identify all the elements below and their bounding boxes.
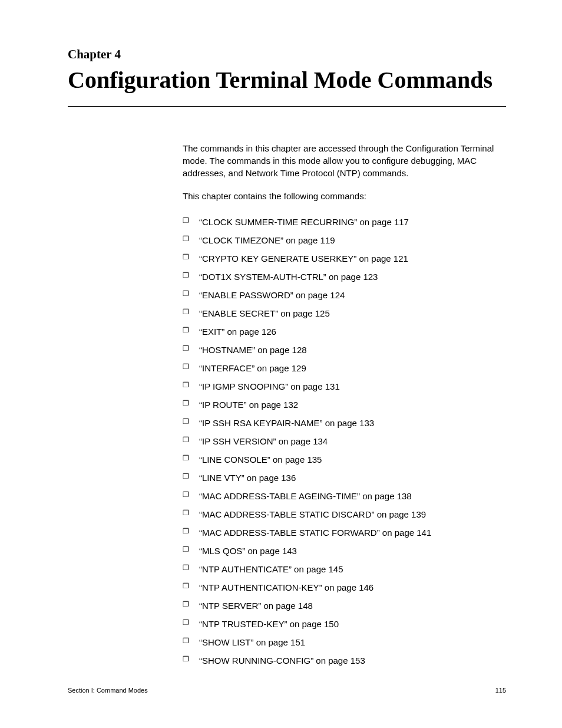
list-item: ❐“NTP AUTHENTICATE” on page 145: [183, 560, 506, 578]
bullet-icon: ❐: [183, 362, 189, 372]
list-item: ❐“CRYPTO KEY GENERATE USERKEY” on page 1…: [183, 249, 506, 268]
command-link[interactable]: “IP SSH RSA KEYPAIR-NAME” on page 133: [199, 418, 374, 428]
footer-section: Section I: Command Modes: [68, 687, 148, 694]
bullet-icon: ❐: [183, 307, 189, 317]
list-item: ❐“LINE VTY” on page 136: [183, 469, 506, 487]
command-link[interactable]: “MLS QOS” on page 143: [199, 546, 297, 556]
bullet-icon: ❐: [183, 654, 189, 664]
list-item: ❐“DOT1X SYSTEM-AUTH-CTRL” on page 123: [183, 268, 506, 286]
command-link[interactable]: “CLOCK TIMEZONE” on page 119: [199, 235, 335, 245]
list-item: ❐“EXIT” on page 126: [183, 322, 506, 341]
intro-paragraph-2: This chapter contains the following comm…: [183, 190, 506, 202]
command-link[interactable]: “LINE VTY” on page 136: [199, 473, 296, 483]
chapter-title: Configuration Terminal Mode Commands: [68, 65, 506, 107]
list-item: ❐“IP SSH VERSION” on page 134: [183, 432, 506, 450]
bullet-icon: ❐: [183, 417, 189, 427]
bullet-icon: ❐: [183, 325, 189, 335]
command-link[interactable]: “HOSTNAME” on page 128: [199, 345, 307, 355]
command-link[interactable]: “LINE CONSOLE” on page 135: [199, 454, 322, 465]
bullet-icon: ❐: [183, 453, 189, 463]
bullet-icon: ❐: [183, 545, 189, 555]
bullet-icon: ❐: [183, 472, 189, 482]
bullet-icon: ❐: [183, 252, 189, 262]
bullet-icon: ❐: [183, 234, 189, 244]
command-link[interactable]: “MAC ADDRESS-TABLE STATIC DISCARD” on pa…: [199, 509, 426, 519]
bullet-icon: ❐: [183, 398, 189, 409]
list-item: ❐“ENABLE PASSWORD” on page 124: [183, 286, 506, 304]
command-link[interactable]: “NTP AUTHENTICATION-KEY” on page 146: [199, 582, 373, 592]
list-item: ❐“IP ROUTE” on page 132: [183, 396, 506, 414]
bullet-icon: ❐: [183, 618, 189, 628]
command-link[interactable]: “MAC ADDRESS-TABLE AGEING-TIME” on page …: [199, 491, 412, 501]
content-body: The commands in this chapter are accesse…: [183, 142, 506, 670]
command-link[interactable]: “ENABLE SECRET” on page 125: [199, 308, 330, 318]
list-item: ❐“ENABLE SECRET” on page 125: [183, 304, 506, 322]
bullet-icon: ❐: [183, 563, 189, 573]
list-item: ❐“SHOW LIST” on page 151: [183, 633, 506, 651]
list-item: ❐“NTP AUTHENTICATION-KEY” on page 146: [183, 578, 506, 597]
command-link[interactable]: “NTP AUTHENTICATE” on page 145: [199, 564, 343, 574]
command-link[interactable]: “CLOCK SUMMER-TIME RECURRING” on page 11…: [199, 217, 409, 227]
command-link[interactable]: “EXIT” on page 126: [199, 327, 276, 337]
command-link[interactable]: “CRYPTO KEY GENERATE USERKEY” on page 12…: [199, 253, 408, 263]
command-link[interactable]: “SHOW LIST” on page 151: [199, 637, 305, 647]
intro-paragraph-1: The commands in this chapter are accesse…: [183, 142, 506, 179]
bullet-icon: ❐: [183, 435, 189, 445]
page-footer: Section I: Command Modes 115: [68, 687, 506, 694]
list-item: ❐“NTP SERVER” on page 148: [183, 597, 506, 615]
command-link[interactable]: “NTP TRUSTED-KEY” on page 150: [199, 619, 339, 629]
bullet-icon: ❐: [183, 508, 189, 518]
list-item: ❐“INTERFACE” on page 129: [183, 359, 506, 377]
list-item: ❐“CLOCK SUMMER-TIME RECURRING” on page 1…: [183, 213, 506, 231]
bullet-icon: ❐: [183, 216, 189, 226]
list-item: ❐“MLS QOS” on page 143: [183, 542, 506, 560]
bullet-icon: ❐: [183, 581, 189, 591]
command-link[interactable]: “MAC ADDRESS-TABLE STATIC FORWARD” on pa…: [199, 528, 431, 538]
list-item: ❐“HOSTNAME” on page 128: [183, 341, 506, 359]
bullet-icon: ❐: [183, 490, 189, 500]
bullet-icon: ❐: [183, 599, 189, 610]
command-link[interactable]: “DOT1X SYSTEM-AUTH-CTRL” on page 123: [199, 272, 378, 282]
bullet-icon: ❐: [183, 344, 189, 354]
list-item: ❐“IP IGMP SNOOPING” on page 131: [183, 377, 506, 396]
chapter-label: Chapter 4: [68, 47, 506, 62]
list-item: ❐“CLOCK TIMEZONE” on page 119: [183, 231, 506, 249]
list-item: ❐“SHOW RUNNING-CONFIG” on page 153: [183, 651, 506, 670]
command-link[interactable]: “INTERFACE” on page 129: [199, 363, 306, 373]
bullet-icon: ❐: [183, 526, 189, 536]
command-link[interactable]: “ENABLE PASSWORD” on page 124: [199, 290, 345, 300]
command-link[interactable]: “NTP SERVER” on page 148: [199, 601, 313, 611]
command-link[interactable]: “SHOW RUNNING-CONFIG” on page 153: [199, 655, 365, 666]
list-item: ❐“NTP TRUSTED-KEY” on page 150: [183, 615, 506, 633]
command-link[interactable]: “IP ROUTE” on page 132: [199, 400, 298, 410]
command-link[interactable]: “IP IGMP SNOOPING” on page 131: [199, 381, 340, 391]
bullet-icon: ❐: [183, 289, 189, 299]
bullet-icon: ❐: [183, 636, 189, 646]
command-link[interactable]: “IP SSH VERSION” on page 134: [199, 436, 328, 446]
footer-page-number: 115: [495, 687, 506, 694]
list-item: ❐“MAC ADDRESS-TABLE STATIC DISCARD” on p…: [183, 505, 506, 523]
list-item: ❐“MAC ADDRESS-TABLE STATIC FORWARD” on p…: [183, 523, 506, 542]
commands-list: ❐“CLOCK SUMMER-TIME RECURRING” on page 1…: [183, 213, 506, 670]
list-item: ❐“IP SSH RSA KEYPAIR-NAME” on page 133: [183, 414, 506, 432]
list-item: ❐“LINE CONSOLE” on page 135: [183, 450, 506, 469]
bullet-icon: ❐: [183, 271, 189, 281]
bullet-icon: ❐: [183, 380, 189, 390]
list-item: ❐“MAC ADDRESS-TABLE AGEING-TIME” on page…: [183, 487, 506, 505]
